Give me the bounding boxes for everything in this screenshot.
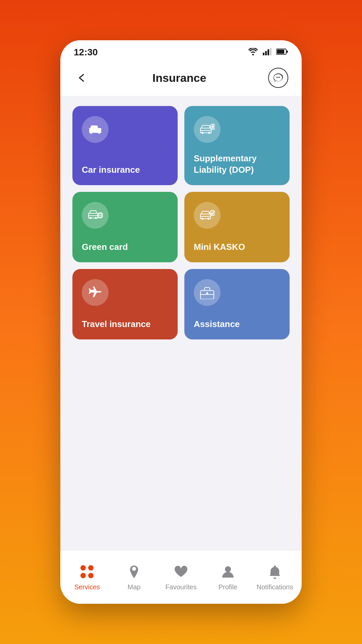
card-car-insurance[interactable]: Car insurance (72, 106, 178, 185)
assistance-icon-wrap (194, 279, 221, 306)
car-icon (87, 123, 103, 136)
mini-kasko-icon-wrap (194, 202, 221, 229)
svg-rect-6 (287, 51, 288, 53)
svg-point-10 (208, 132, 210, 134)
svg-point-8 (98, 132, 100, 134)
favourites-icon (172, 563, 190, 581)
card-travel-label: Travel insurance (82, 319, 168, 330)
card-green-card-label: Green card (82, 241, 168, 253)
car-plus-icon (199, 123, 215, 136)
bottom-nav: Services Map Favourites (60, 550, 302, 604)
main-content: Car insurance Supplementary Liability ( (60, 96, 302, 550)
profile-icon (219, 563, 237, 581)
card-mini-kasko-label: Mini KASKO (194, 241, 280, 253)
map-icon (125, 563, 143, 581)
nav-favourites-label: Favourites (165, 583, 196, 591)
card-supplementary[interactable]: Supplementary Liability (DOP) (184, 106, 290, 185)
svg-rect-5 (277, 50, 284, 54)
card-mini-kasko[interactable]: Mini KASKO (184, 192, 290, 262)
nav-profile[interactable]: Profile (204, 563, 251, 591)
card-travel[interactable]: Travel insurance (72, 269, 178, 339)
back-button[interactable] (74, 69, 90, 86)
battery-icon (276, 48, 288, 56)
svg-point-23 (201, 218, 203, 220)
status-time: 12:30 (74, 47, 98, 58)
svg-point-15 (89, 217, 92, 219)
svg-point-16 (95, 217, 97, 219)
supplementary-icon-wrap (194, 116, 221, 143)
nav-services[interactable]: Services (64, 563, 111, 591)
briefcase-icon (200, 286, 215, 299)
card-supplementary-label: Supplementary Liability (DOP) (194, 153, 280, 176)
header: Insurance (60, 61, 302, 96)
car-globe-icon (87, 209, 103, 221)
phone-shell: 12:30 (60, 40, 302, 604)
nav-notifications[interactable]: Notifications (251, 563, 298, 591)
card-assistance-label: Assistance (194, 319, 280, 330)
svg-rect-0 (263, 53, 264, 55)
services-icon (78, 563, 96, 581)
signal-icon (263, 48, 272, 57)
nav-favourites[interactable]: Favourites (158, 563, 204, 591)
nav-notifications-label: Notifications (257, 583, 293, 591)
nav-profile-label: Profile (219, 583, 238, 591)
nav-map[interactable]: Map (111, 563, 158, 591)
notifications-icon (266, 563, 284, 581)
svg-point-31 (225, 566, 231, 572)
svg-point-9 (201, 132, 203, 134)
svg-rect-1 (265, 51, 267, 55)
chat-button[interactable] (268, 68, 288, 88)
nav-services-label: Services (74, 583, 100, 591)
svg-rect-2 (267, 49, 269, 55)
wifi-icon (248, 48, 258, 57)
status-icons (248, 48, 288, 57)
green-card-icon-wrap (82, 202, 109, 229)
car-check-icon (199, 209, 215, 221)
status-bar: 12:30 (60, 40, 302, 61)
insurance-grid: Car insurance Supplementary Liability ( (72, 106, 290, 339)
page-title: Insurance (153, 71, 206, 85)
svg-rect-3 (270, 48, 272, 55)
svg-point-7 (90, 132, 92, 134)
plane-icon (87, 286, 103, 299)
car-insurance-icon-wrap (82, 116, 109, 143)
travel-icon-wrap (82, 279, 109, 306)
nav-map-label: Map (128, 583, 141, 591)
card-assistance[interactable]: Assistance (184, 269, 290, 339)
card-car-insurance-label: Car insurance (82, 164, 168, 176)
card-green-card[interactable]: Green card (72, 192, 178, 262)
svg-point-24 (207, 218, 209, 220)
